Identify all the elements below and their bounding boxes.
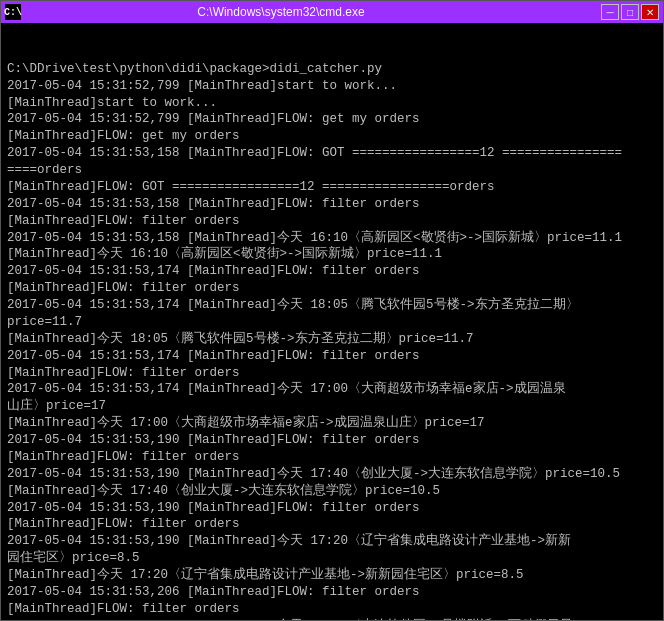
console-line: 山庄〉price=17 [7,398,657,415]
console-line: 2017-05-04 15:31:53,174 [MainThread]FLOW… [7,348,657,365]
console-line: [MainThread]今天 18:05〈腾飞软件园5号楼->东方圣克拉二期〉p… [7,331,657,348]
console-line: [MainThread]FLOW: filter orders [7,601,657,618]
cmd-window: C:\ C:\Windows\system32\cmd.exe ─ □ ✕ C:… [0,0,664,621]
maximize-button[interactable]: □ [621,4,639,20]
console-line: [MainThread]start to work... [7,95,657,112]
console-line: [MainThread]FLOW: filter orders [7,516,657,533]
console-line: [MainThread]FLOW: GOT =================1… [7,179,657,196]
console-line: [MainThread]FLOW: filter orders [7,365,657,382]
minimize-button[interactable]: ─ [601,4,619,20]
console-line: ====orders [7,162,657,179]
console-line: 2017-05-04 15:31:53,206 [MainThread]今天 1… [7,618,657,620]
console-line: [MainThread]今天 17:20〈辽宁省集成电路设计产业基地->新新园住… [7,567,657,584]
console-line: 2017-05-04 15:31:53,158 [MainThread]FLOW… [7,196,657,213]
console-line: [MainThread]FLOW: filter orders [7,280,657,297]
title-bar-left: C:\ [5,4,21,20]
console-line: 园住宅区〉price=8.5 [7,550,657,567]
console-line: 2017-05-04 15:31:53,174 [MainThread]今天 1… [7,381,657,398]
console-line: C:\DDrive\test\python\didi\package>didi_… [7,61,657,78]
console-line: 2017-05-04 15:31:53,158 [MainThread]今天 1… [7,230,657,247]
console-output: C:\DDrive\test\python\didi\package>didi_… [1,23,663,620]
console-line: [MainThread]FLOW: get my orders [7,128,657,145]
console-line: [MainThread]FLOW: filter orders [7,213,657,230]
console-line: 2017-05-04 15:31:52,799 [MainThread]FLOW… [7,111,657,128]
console-line: 2017-05-04 15:31:53,158 [MainThread]FLOW… [7,145,657,162]
console-line: [MainThread]今天 17:40〈创业大厦->大连东软信息学院〉pric… [7,483,657,500]
console-line: [MainThread]FLOW: filter orders [7,449,657,466]
console-line: 2017-05-04 15:31:53,190 [MainThread]FLOW… [7,500,657,517]
console-line: 2017-05-04 15:31:53,190 [MainThread]FLOW… [7,432,657,449]
console-line: 2017-05-04 15:31:53,206 [MainThread]FLOW… [7,584,657,601]
window-title: C:\Windows\system32\cmd.exe [21,5,541,19]
cmd-icon: C:\ [5,4,21,20]
window-controls: ─ □ ✕ [601,4,659,20]
console-line: [MainThread]今天 17:00〈大商超级市场幸福e家店->成园温泉山庄… [7,415,657,432]
console-line: price=11.7 [7,314,657,331]
console-line: 2017-05-04 15:31:53,190 [MainThread]今天 1… [7,533,657,550]
console-line: [MainThread]今天 16:10〈高新园区<敬贤街>->国际新城〉pri… [7,246,657,263]
title-bar: C:\ C:\Windows\system32\cmd.exe ─ □ ✕ [1,1,663,23]
close-button[interactable]: ✕ [641,4,659,20]
console-line: 2017-05-04 15:31:52,799 [MainThread]star… [7,78,657,95]
console-line: 2017-05-04 15:31:53,190 [MainThread]今天 1… [7,466,657,483]
console-line: 2017-05-04 15:31:53,174 [MainThread]今天 1… [7,297,657,314]
console-line: 2017-05-04 15:31:53,174 [MainThread]FLOW… [7,263,657,280]
